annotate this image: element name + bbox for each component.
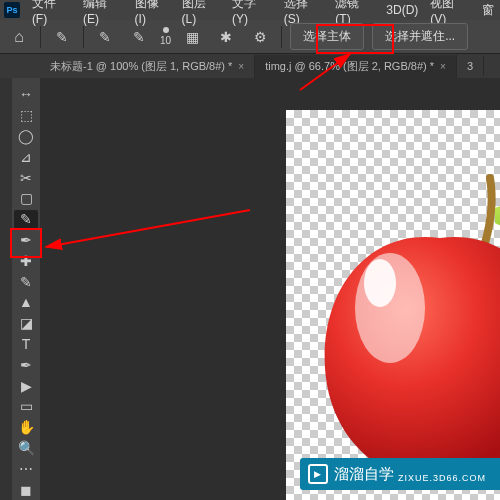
brush-size-control[interactable]: 10 xyxy=(160,27,171,46)
healing-tool[interactable]: ✚ xyxy=(14,251,38,270)
rect-icon: ▭ xyxy=(20,398,33,414)
play-icon: ▶ xyxy=(308,464,328,484)
menu-text[interactable]: 文字(Y) xyxy=(226,0,278,26)
apple-image xyxy=(310,168,500,488)
brush-minus-icon: ✎ xyxy=(133,29,145,45)
tool-preset-button[interactable]: ✎ xyxy=(49,24,75,50)
enhance-edge-button[interactable]: ✱ xyxy=(213,24,239,50)
crop-tool[interactable]: ✂ xyxy=(14,168,38,187)
watermark-domain: ZIXUE.3D66.COM xyxy=(398,473,486,483)
eraser-tool[interactable]: ◪ xyxy=(14,314,38,333)
move-icon: ↔ xyxy=(19,86,33,102)
select-subject-button[interactable]: 选择主体 xyxy=(290,23,364,50)
bandaid-icon: ✚ xyxy=(20,253,32,269)
brush-plus-icon: ✎ xyxy=(99,29,111,45)
canvas-area[interactable] xyxy=(40,78,500,500)
tab-label: 3 xyxy=(467,60,473,72)
layers-icon: ▦ xyxy=(186,29,199,45)
path-select-tool[interactable]: ▶ xyxy=(14,376,38,395)
tab-document-3[interactable]: 3 xyxy=(457,56,484,76)
eyedropper-icon: ✒ xyxy=(20,232,32,248)
tab-document-2[interactable]: timg.j @ 66.7% (图层 2, RGB/8#) * × xyxy=(255,55,457,78)
document-tabs: 未标题-1 @ 100% (图层 1, RGB/8#) * × timg.j @… xyxy=(0,54,500,78)
menu-bar: Ps 文件(F) 编辑(E) 图像(I) 图层(L) 文字(Y) 选择(S) 滤… xyxy=(0,0,500,20)
wand-icon: ✎ xyxy=(20,211,32,227)
menu-window[interactable]: 窗 xyxy=(476,2,500,19)
divider xyxy=(40,26,41,48)
zoom-icon: 🔍 xyxy=(18,440,35,456)
brush-preview-icon xyxy=(163,27,169,33)
lasso-icon: ◯ xyxy=(18,128,34,144)
crop-icon: ✂ xyxy=(20,170,32,186)
swatch-icon: ◼ xyxy=(20,482,32,498)
tab-label: timg.j @ 66.7% (图层 2, RGB/8#) * xyxy=(265,59,434,74)
stamp-icon: ▲ xyxy=(19,294,33,310)
menu-view[interactable]: 视图(V) xyxy=(424,0,476,26)
home-button[interactable]: ⌂ xyxy=(6,24,32,50)
edit-toolbar[interactable]: ⋯ xyxy=(14,459,38,478)
brush-icon: ✎ xyxy=(20,274,32,290)
brush-icon: ✎ xyxy=(56,29,68,45)
close-icon[interactable]: × xyxy=(440,61,446,72)
watermark-badge: ▶ 溜溜自学 ZIXUE.3D66.COM xyxy=(300,458,500,490)
quick-select-tool[interactable]: ✎ xyxy=(14,210,38,229)
close-icon[interactable]: × xyxy=(238,61,244,72)
menu-3d[interactable]: 3D(D) xyxy=(380,3,424,17)
arrow-icon: ▶ xyxy=(21,378,32,394)
dots-icon: ⋯ xyxy=(19,461,33,477)
lasso-tool[interactable]: ◯ xyxy=(14,127,38,146)
select-and-mask-button[interactable]: 选择并遮住... xyxy=(372,23,468,50)
object-select-tool[interactable]: ⊿ xyxy=(14,147,38,166)
tools-panel: ↔ ⬚ ◯ ⊿ ✂ ▢ ✎ ✒ ✚ ✎ ▲ ◪ T ✒ ▶ ▭ ✋ 🔍 ⋯ ◼ xyxy=(12,78,40,500)
hand-icon: ✋ xyxy=(18,419,35,435)
svg-point-1 xyxy=(364,259,396,307)
hand-tool[interactable]: ✋ xyxy=(14,418,38,437)
eraser-icon: ◪ xyxy=(20,315,33,331)
settings-button[interactable]: ⚙ xyxy=(247,24,273,50)
frame-tool[interactable]: ▢ xyxy=(14,189,38,208)
type-tool[interactable]: T xyxy=(14,335,38,354)
menu-file[interactable]: 文件(F) xyxy=(26,0,77,26)
enhance-icon: ✱ xyxy=(220,29,232,45)
object-select-icon: ⊿ xyxy=(20,149,32,165)
tab-label: 未标题-1 @ 100% (图层 1, RGB/8#) * xyxy=(50,59,232,74)
menu-select[interactable]: 选择(S) xyxy=(278,0,330,26)
subtract-selection-button[interactable]: ✎ xyxy=(126,24,152,50)
shape-tool[interactable]: ▭ xyxy=(14,397,38,416)
workspace: ↔ ⬚ ◯ ⊿ ✂ ▢ ✎ ✒ ✚ ✎ ▲ ◪ T ✒ ▶ ▭ ✋ 🔍 ⋯ ◼ xyxy=(0,78,500,500)
brush-tool[interactable]: ✎ xyxy=(14,272,38,291)
marquee-tool[interactable]: ⬚ xyxy=(14,106,38,125)
frame-icon: ▢ xyxy=(20,190,33,206)
brush-size-value: 10 xyxy=(160,35,171,46)
home-icon: ⌂ xyxy=(14,28,24,46)
pen-icon: ✒ xyxy=(20,357,32,373)
menu-layer[interactable]: 图层(L) xyxy=(176,0,226,26)
pen-tool[interactable]: ✒ xyxy=(14,355,38,374)
marquee-icon: ⬚ xyxy=(20,107,33,123)
app-logo: Ps xyxy=(4,2,20,18)
tab-document-1[interactable]: 未标题-1 @ 100% (图层 1, RGB/8#) * × xyxy=(40,55,255,78)
divider xyxy=(281,26,282,48)
divider xyxy=(83,26,84,48)
move-tool[interactable]: ↔ xyxy=(14,85,38,104)
menu-filter[interactable]: 滤镜(T) xyxy=(329,0,380,26)
stamp-tool[interactable]: ▲ xyxy=(14,293,38,312)
menu-image[interactable]: 图像(I) xyxy=(129,0,176,26)
menu-edit[interactable]: 编辑(E) xyxy=(77,0,129,26)
gear-icon: ⚙ xyxy=(254,29,267,45)
color-swatch[interactable]: ◼ xyxy=(14,480,38,499)
left-edge xyxy=(0,78,12,500)
type-icon: T xyxy=(22,336,31,352)
zoom-tool[interactable]: 🔍 xyxy=(14,439,38,458)
sample-all-layers-button[interactable]: ▦ xyxy=(179,24,205,50)
watermark-brand: 溜溜自学 xyxy=(334,465,394,484)
add-selection-button[interactable]: ✎ xyxy=(92,24,118,50)
eyedropper-tool[interactable]: ✒ xyxy=(14,231,38,250)
